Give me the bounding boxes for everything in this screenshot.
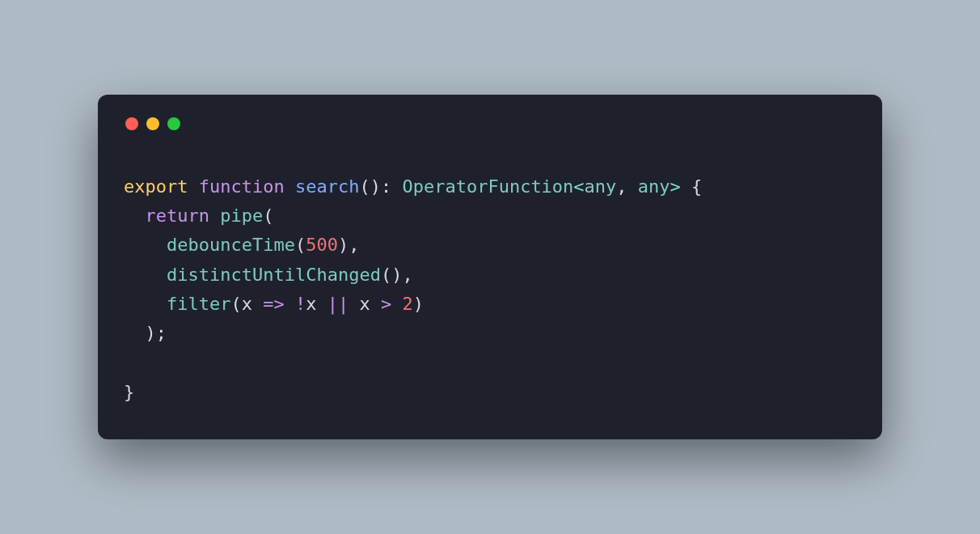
token-x1: x <box>242 294 252 314</box>
token-function: function <box>199 176 285 197</box>
token-paren1: ( <box>295 235 306 255</box>
token-gt: > <box>381 294 391 314</box>
token-arrow: => <box>263 294 285 314</box>
token-paren2: ), <box>338 235 360 255</box>
token-paren1: ( <box>230 294 241 314</box>
token-paren2: ) <box>413 294 424 314</box>
token-close: ); <box>146 323 167 343</box>
token-lt: < <box>573 176 584 197</box>
token-space <box>209 206 220 226</box>
token-parens: (), <box>381 265 413 285</box>
code-window: export function search(): OperatorFuncti… <box>98 95 882 439</box>
token-export: export <box>124 176 188 197</box>
code-line-1: export function search(): OperatorFuncti… <box>124 176 702 197</box>
close-icon[interactable] <box>125 117 138 130</box>
token-space <box>391 294 402 314</box>
token-space <box>285 294 295 314</box>
token-space <box>252 294 263 314</box>
token-type: OperatorFunction <box>402 176 573 197</box>
traffic-lights <box>124 117 856 130</box>
token-fn: distinctUntilChanged <box>167 265 381 285</box>
token-space <box>348 294 359 314</box>
token-fn: debounceTime <box>167 235 295 255</box>
token-fn: filter <box>167 294 230 314</box>
token-indent <box>124 294 167 314</box>
token-x3: x <box>359 294 370 314</box>
token-space <box>391 176 402 197</box>
token-indent <box>124 265 167 285</box>
token-parens: (): <box>359 176 391 197</box>
token-num: 500 <box>306 235 338 255</box>
code-line-6: ); <box>124 323 167 343</box>
token-pipe: pipe <box>220 206 263 226</box>
token-x2: x <box>306 294 316 314</box>
token-space <box>370 294 381 314</box>
token-brace: { <box>681 176 703 197</box>
code-block: export function search(): OperatorFuncti… <box>124 172 856 407</box>
code-line-5: filter(x => !x || x > 2) <box>124 294 424 314</box>
token-indent <box>124 323 146 343</box>
token-comma: , <box>616 176 638 197</box>
code-line-8: } <box>124 382 134 402</box>
token-brace: } <box>124 382 134 402</box>
token-gt: > <box>670 176 681 197</box>
token-any2: any <box>638 176 670 197</box>
token-any1: any <box>585 176 617 197</box>
token-or: || <box>327 294 349 314</box>
minimize-icon[interactable] <box>146 117 159 130</box>
token-not: ! <box>295 294 306 314</box>
token-name: search <box>295 176 359 197</box>
token-space <box>316 294 327 314</box>
token-indent <box>124 206 146 226</box>
code-line-3: debounceTime(500), <box>124 235 359 255</box>
maximize-icon[interactable] <box>167 117 180 130</box>
token-paren: ( <box>263 206 273 226</box>
token-return: return <box>146 206 209 226</box>
token-indent <box>124 235 167 255</box>
code-line-4: distinctUntilChanged(), <box>124 265 413 285</box>
code-line-2: return pipe( <box>124 206 273 226</box>
token-two: 2 <box>402 294 412 314</box>
